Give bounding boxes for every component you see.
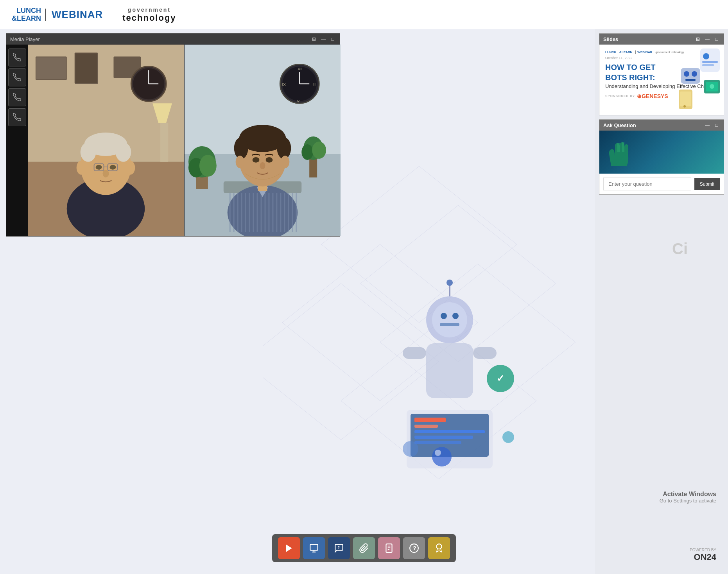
- svg-marker-0: [321, 166, 517, 323]
- main-content: ✓ Media Player ⊞ — □: [0, 29, 728, 574]
- svg-point-12: [446, 280, 453, 286]
- slide-brand-webinar: WEBINAR: [635, 50, 652, 54]
- logo-and-learn: &LEARN: [12, 15, 41, 23]
- slides-minimize-btn[interactable]: —: [704, 36, 710, 42]
- svg-point-75: [312, 142, 326, 159]
- submit-button[interactable]: Submit: [694, 178, 720, 190]
- svg-point-74: [301, 144, 313, 160]
- activate-subtitle: Go to Settings to activate: [660, 498, 716, 504]
- svg-rect-13: [426, 343, 473, 398]
- certificate-icon: [434, 543, 444, 553]
- video-right-scene: XII III VI IX: [185, 45, 341, 236]
- toolbar-qa-btn[interactable]: ?: [328, 537, 350, 559]
- svg-rect-33: [36, 57, 66, 79]
- qa-icon: ?: [334, 543, 344, 553]
- svg-rect-22: [414, 441, 461, 444]
- video-panel-right: XII III VI IX: [185, 45, 341, 236]
- svg-rect-35: [75, 54, 97, 83]
- phone-icon-3[interactable]: [8, 88, 26, 106]
- media-player-close-btn[interactable]: □: [330, 36, 336, 42]
- svg-point-53: [77, 161, 86, 175]
- svg-rect-79: [233, 193, 235, 232]
- svg-point-7: [432, 302, 467, 337]
- slides-controls: ⊞ — □: [695, 36, 720, 42]
- media-player-titlebar: Media Player ⊞ — □: [6, 34, 340, 45]
- svg-text:?: ?: [338, 545, 340, 549]
- powered-by-text: POWERED BY: [690, 548, 716, 552]
- phone-icon-4[interactable]: [8, 108, 26, 126]
- svg-point-8: [441, 313, 447, 319]
- ask-input-area: Submit: [599, 174, 724, 194]
- svg-rect-93: [288, 193, 289, 232]
- svg-rect-78: [230, 193, 231, 232]
- toolbar-slides-btn[interactable]: [303, 537, 325, 559]
- svg-marker-2: [282, 244, 478, 401]
- svg-rect-110: [702, 64, 714, 66]
- svg-rect-55: [160, 123, 168, 162]
- svg-point-50: [96, 165, 102, 170]
- svg-point-6: [426, 296, 473, 343]
- slides-window: Slides ⊞ — □ LUNCH &LEARN WEBINAR govern…: [599, 33, 724, 115]
- powered-by-area: POWERED BY ON24: [690, 548, 716, 562]
- slides-title: Slides: [603, 36, 618, 42]
- media-player-minimize-btn[interactable]: —: [320, 36, 326, 42]
- svg-point-101: [277, 137, 291, 159]
- logo-technology: technology: [122, 13, 176, 23]
- media-player-title: Media Player: [10, 36, 40, 42]
- phone-icon-1[interactable]: [8, 48, 26, 66]
- svg-point-103: [265, 157, 273, 163]
- svg-point-54: [126, 161, 135, 175]
- svg-marker-122: [286, 544, 292, 552]
- svg-point-45: [81, 142, 96, 162]
- svg-point-133: [437, 544, 442, 549]
- ask-content-area: [599, 131, 724, 174]
- on24-logo: ON24: [690, 552, 716, 562]
- ask-close-btn[interactable]: □: [714, 122, 720, 128]
- toolbar-certificate-btn[interactable]: [428, 537, 450, 559]
- survey-icon: [384, 543, 394, 553]
- help-icon: ?: [409, 543, 419, 553]
- svg-point-27: [502, 431, 514, 443]
- logo-area: LUNCH &LEARN WEBINAR government technolo…: [12, 7, 176, 23]
- toolbar-help-btn[interactable]: ?: [403, 537, 425, 559]
- svg-text:XII: XII: [298, 66, 302, 71]
- bottom-toolbar: ? ?: [272, 534, 456, 562]
- svg-point-120: [683, 105, 686, 108]
- svg-point-112: [684, 71, 689, 77]
- ask-minimize-btn[interactable]: —: [704, 122, 710, 128]
- svg-text:IX: IX: [282, 82, 286, 86]
- video-panel-left: [28, 45, 185, 236]
- svg-marker-5: [341, 323, 536, 479]
- center-area: ✓ Media Player ⊞ — □: [0, 29, 595, 574]
- lunch-learn-logo: LUNCH &LEARN WEBINAR: [12, 7, 103, 23]
- logo-lunch: LUNCH: [16, 7, 41, 15]
- slide-brand-lunch: LUNCH: [605, 50, 616, 54]
- svg-point-25: [432, 447, 452, 466]
- activate-windows: Activate Windows Go to Settings to activ…: [660, 491, 716, 504]
- toolbar-survey-btn[interactable]: [378, 537, 400, 559]
- svg-rect-95: [296, 193, 297, 232]
- svg-rect-20: [414, 430, 485, 433]
- toolbar-resources-btn[interactable]: [353, 537, 375, 559]
- svg-rect-83: [249, 193, 250, 232]
- svg-rect-16: [407, 410, 493, 468]
- activate-title: Activate Windows: [660, 491, 716, 498]
- top-header: LUNCH &LEARN WEBINAR government technolo…: [0, 0, 728, 29]
- gov-tech-logo: government technology: [122, 7, 176, 23]
- svg-rect-91: [280, 193, 281, 232]
- ask-title: Ask Question: [603, 122, 636, 128]
- svg-rect-111: [681, 68, 700, 84]
- video-left-scene: [28, 45, 184, 236]
- question-input[interactable]: [603, 178, 691, 190]
- slides-icon: [309, 543, 319, 553]
- ask-titlebar: Ask Question — □: [599, 120, 724, 131]
- svg-rect-84: [253, 193, 254, 232]
- slides-close-btn[interactable]: □: [714, 36, 720, 42]
- phone-icon-2[interactable]: [8, 68, 26, 86]
- svg-rect-89: [272, 193, 273, 232]
- slide-brand-andlearn: &LEARN: [619, 50, 632, 54]
- slides-grid-btn[interactable]: ⊞: [695, 36, 701, 42]
- media-player-grid-btn[interactable]: ⊞: [311, 36, 317, 42]
- toolbar-play-btn[interactable]: [278, 537, 300, 559]
- svg-rect-109: [702, 61, 718, 63]
